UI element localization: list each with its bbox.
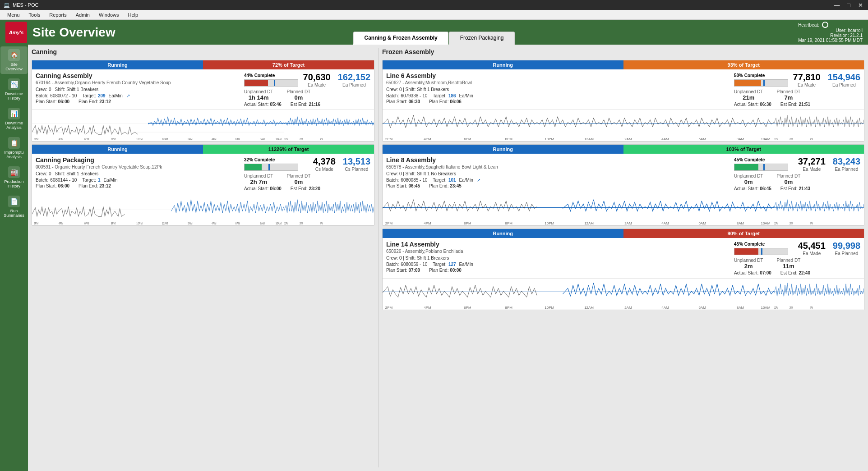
svg-text:4PM: 4PM — [59, 221, 64, 225]
svg-text:2PM: 2PM — [385, 222, 392, 225]
line8-assembly-batch-row: Batch: 6080085 - 10 Target: 101 Ea/Min ↗ — [386, 178, 730, 183]
menu-reports[interactable]: Reports — [45, 11, 71, 18]
line14-ea-planned-label: Ea Planned — [833, 251, 860, 256]
svg-text:6AM: 6AM — [235, 221, 240, 225]
menu-admin[interactable]: Admin — [71, 11, 94, 18]
svg-text:12AM: 12AM — [584, 306, 594, 310]
canning-assembly-chart-svg: 2PM 4PM 6PM 8PM 10PM 12AM 2AM 4AM 6AM 8A… — [32, 110, 284, 141]
line8-assembly-batch: 6080085 - 10 — [401, 178, 427, 183]
canning-assembly-batch-row: Batch: 6080072 - 10 Target: 209 Ea/Min ↗ — [36, 93, 240, 98]
tab-frozen-packaging[interactable]: Frozen Packaging — [449, 32, 515, 45]
svg-text:12AM: 12AM — [584, 137, 594, 141]
heartbeat-row: Heartbeat: — [798, 22, 863, 28]
batch-label: Batch: — [386, 178, 399, 183]
revision-info: Revision: 21.2.1 — [798, 33, 863, 38]
cs-made-label: Cs Made — [313, 167, 336, 172]
svg-text:12PM: 12PM — [284, 222, 288, 225]
line14-assembly-chart: 2PM 4PM 6PM 8PM 10PM 12AM 2AM 4AM 6AM 8A… — [383, 278, 864, 310]
svg-text:2AM: 2AM — [624, 222, 632, 225]
line8-unplanned-dt: Unplanned DT 0m — [734, 174, 763, 185]
site-overview-icon: 🏠 — [8, 49, 20, 61]
production-history-icon: 🏭 — [8, 166, 20, 178]
est-end: Est End: 21:43 — [780, 186, 810, 191]
canning-assembly-header: Running 72% of Target — [32, 60, 374, 69]
sidebar-item-downtime-history[interactable]: 📉 DowntimeHistory — [0, 76, 28, 103]
line6-chart-svg: 2PM 4PM 6PM 8PM 10PM 12AM 2AM 4AM 6AM 8A… — [383, 110, 774, 141]
canning-assembly-time-row: Plan Start: 06:00 Plan End: 23:12 — [36, 99, 240, 104]
datetime-info: Mar 19, 2021 01:50:55 PM MDT — [798, 38, 863, 43]
menu-windows[interactable]: Windows — [94, 11, 124, 18]
app-title: MES - POC — [13, 2, 38, 8]
menu-tools[interactable]: Tools — [24, 11, 45, 18]
canning-assembly-chart: 2PM 4PM 6PM 8PM 10PM 12AM 2AM 4AM 6AM 8A… — [32, 110, 374, 141]
est-end: Est End: 21:16 — [291, 102, 320, 107]
svg-text:8AM: 8AM — [737, 137, 744, 141]
sidebar: 🏠 SiteOverview 📉 DowntimeHistory 📊 Downt… — [0, 45, 28, 471]
target-label: Target: — [433, 262, 447, 267]
line8-assembly-product: 650578 - Assembly,Spaghetti Italiano Bow… — [386, 165, 730, 169]
menu-menu[interactable]: Menu — [3, 11, 24, 18]
frozen-panel-title: Frozen Assembly — [382, 48, 864, 55]
svg-text:2PM: 2PM — [385, 137, 392, 141]
line6-assembly-crew: Crew: 0 | Shift: Shift 1 Breakers — [386, 87, 730, 92]
line14-assembly-batch: 6080059 - 10 — [401, 262, 427, 267]
downtime-history-icon: 📉 — [8, 78, 20, 90]
plan-end-label: Plan End: 23:45 — [429, 183, 462, 188]
target-label: Target: — [82, 93, 96, 98]
canning-packaging-body: Canning Packaging 000591 - Organic Heart… — [32, 154, 374, 194]
sidebar-item-impromptu-analysis[interactable]: 📋 ImpromptuAnalysis — [0, 134, 28, 162]
plan-end-label: Plan End: 23:12 — [78, 99, 111, 104]
close-button[interactable]: ✕ — [856, 2, 864, 9]
line6-assembly-batch-row: Batch: 6079338 - 10 Target: 186 Ea/Min — [386, 93, 730, 98]
line14-assembly-crew: Crew: 0 | Shift: Shift 1 Breakers — [386, 256, 730, 261]
minimize-button[interactable]: — — [833, 2, 841, 9]
tab-canning-frozen-assembly[interactable]: Canning & Frozen Assembly — [353, 32, 449, 45]
svg-rect-33 — [284, 194, 374, 225]
line14-chart-svg2: 12PM 2PM 4PM — [774, 279, 864, 310]
svg-text:12AM: 12AM — [584, 222, 594, 225]
sidebar-item-site-overview[interactable]: 🏠 SiteOverview — [0, 46, 28, 74]
est-end: Est End: 23:20 — [291, 186, 320, 191]
actual-start: Actual Start: 05:46 — [244, 102, 282, 107]
heartbeat-indicator — [822, 22, 828, 28]
canning-packaging-line-name: Canning Packaging — [36, 156, 240, 164]
sidebar-label-downtime-history: DowntimeHistory — [5, 91, 23, 101]
target-unit: Ea/Min — [103, 178, 117, 183]
ea-made-count: 70,630 Ea Made — [303, 72, 331, 87]
line8-assembly-time-row: Plan Start: 06:45 Plan End: 23:45 — [386, 183, 730, 188]
unplanned-dt-value: 1h 14m — [244, 94, 273, 101]
maximize-button[interactable]: □ — [845, 2, 853, 9]
target-unit: Ea/Min — [459, 262, 473, 267]
sidebar-item-run-summaries[interactable]: 📄 RunSummaries — [0, 193, 28, 220]
sidebar-item-production-history[interactable]: 🏭 ProductionHistory — [0, 164, 28, 191]
line6-ea-made-label: Ea Made — [793, 82, 821, 87]
sidebar-label-production-history: ProductionHistory — [4, 179, 23, 188]
plan-start-label: Plan Start: 06:00 — [36, 183, 69, 188]
canning-packaging-progress-label: 32% Complete — [244, 157, 298, 162]
svg-text:8AM: 8AM — [737, 222, 744, 225]
svg-text:12PM: 12PM — [774, 137, 778, 141]
svg-text:4PM: 4PM — [320, 137, 323, 141]
svg-text:2AM: 2AM — [624, 137, 632, 141]
est-end: Est End: 22:40 — [780, 270, 810, 275]
ea-planned-label: Ea Planned — [338, 82, 370, 87]
target-unit: Ea/Min — [109, 93, 123, 98]
plan-start-label: Plan Start: 06:00 — [36, 99, 69, 104]
canning-assembly-unplanned-dt: Unplanned DT 1h 14m — [244, 89, 273, 101]
svg-text:8AM: 8AM — [260, 221, 265, 225]
line14-ea-made: 45,451 Ea Made — [798, 241, 826, 256]
header-info: Heartbeat: User: hcarroll Revision: 21.2… — [798, 22, 863, 43]
line14-assembly-card: Running 90% of Target Line 14 Assembly 6… — [382, 229, 864, 310]
svg-rect-50 — [774, 110, 864, 141]
line6-chart-svg2: 12PM 2PM 4PM — [774, 110, 864, 141]
header-tabs: Canning & Frozen Assembly Frozen Packagi… — [353, 32, 515, 45]
svg-text:6PM: 6PM — [464, 222, 471, 225]
canning-assembly-planned-dt: Planned DT 0m — [286, 89, 310, 101]
menu-help[interactable]: Help — [124, 11, 143, 18]
svg-text:8PM: 8PM — [505, 222, 512, 225]
content-area: Canning Running 72% of Target Canning As… — [28, 45, 868, 471]
sidebar-item-downtime-analysis[interactable]: 📊 DowntimeAnalysis — [0, 105, 28, 133]
line8-ea-made: 37,271 Ea Made — [798, 156, 826, 172]
downtime-analysis-icon: 📊 — [8, 108, 20, 119]
plan-end-label: Plan End: 00:00 — [429, 268, 462, 273]
